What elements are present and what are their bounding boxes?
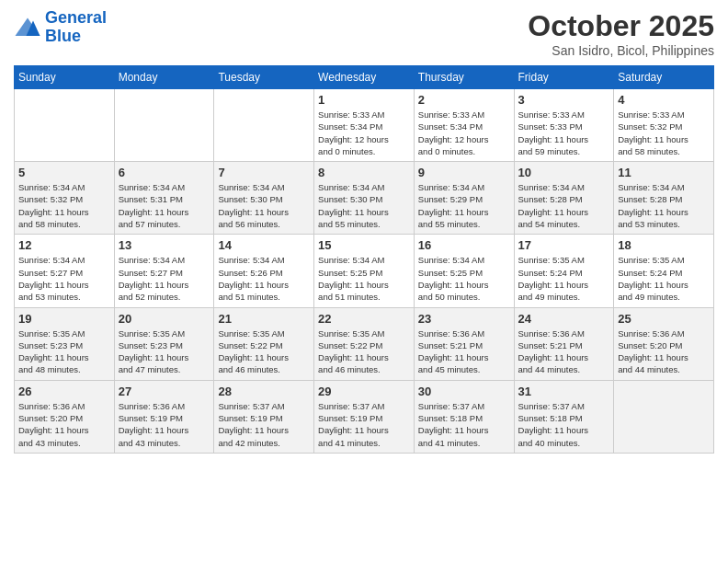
calendar-cell: 19Sunrise: 5:35 AMSunset: 5:23 PMDayligh… xyxy=(15,307,115,380)
day-info-line: Sunset: 5:22 PM xyxy=(318,339,410,351)
calendar-cell: 17Sunrise: 5:35 AMSunset: 5:24 PMDayligh… xyxy=(514,235,614,307)
day-info-line: and 58 minutes. xyxy=(18,218,110,230)
day-info-line: Sunrise: 5:37 AM xyxy=(518,400,610,412)
day-number: 16 xyxy=(418,238,510,252)
day-number: 14 xyxy=(218,238,310,252)
calendar-cell: 10Sunrise: 5:34 AMSunset: 5:28 PMDayligh… xyxy=(514,162,614,235)
logo-line2: Blue xyxy=(45,27,81,45)
day-info-line: Daylight: 11 hours xyxy=(518,279,610,291)
day-info-line: and 0 minutes. xyxy=(418,145,510,157)
day-info-line: Sunrise: 5:33 AM xyxy=(318,109,410,121)
day-info-line: Sunrise: 5:36 AM xyxy=(618,327,710,339)
calendar-cell: 20Sunrise: 5:35 AMSunset: 5:23 PMDayligh… xyxy=(114,307,214,380)
day-info-line: and 46 minutes. xyxy=(318,363,410,375)
calendar-cell: 24Sunrise: 5:36 AMSunset: 5:21 PMDayligh… xyxy=(514,307,614,380)
day-info-line: and 43 minutes. xyxy=(119,437,210,449)
day-info-line: and 47 minutes. xyxy=(119,363,210,375)
day-info-line: Sunset: 5:34 PM xyxy=(318,121,410,132)
day-info-line: Sunset: 5:20 PM xyxy=(18,412,110,424)
day-info-line: Sunset: 5:18 PM xyxy=(518,412,610,424)
day-info-line: and 57 minutes. xyxy=(119,218,210,230)
calendar-week-1: 1Sunrise: 5:33 AMSunset: 5:34 PMDaylight… xyxy=(15,89,714,162)
day-info-line: Sunrise: 5:35 AM xyxy=(218,327,310,339)
calendar-cell: 21Sunrise: 5:35 AMSunset: 5:22 PMDayligh… xyxy=(214,307,314,380)
day-info-line: Sunset: 5:33 PM xyxy=(518,121,610,132)
weekday-row: SundayMondayTuesdayWednesdayThursdayFrid… xyxy=(15,66,714,89)
day-number: 9 xyxy=(418,166,510,179)
day-info-line: Sunrise: 5:36 AM xyxy=(18,400,110,412)
day-info-line: Sunset: 5:26 PM xyxy=(218,267,310,279)
calendar-cell: 2Sunrise: 5:33 AMSunset: 5:34 PMDaylight… xyxy=(414,89,514,162)
day-info-line: Sunset: 5:30 PM xyxy=(318,193,410,205)
day-info-line: and 52 minutes. xyxy=(119,291,210,303)
day-info-line: Sunset: 5:23 PM xyxy=(18,339,110,351)
weekday-header-saturday: Saturday xyxy=(614,66,714,89)
day-info-line: Daylight: 11 hours xyxy=(318,206,410,218)
day-number: 30 xyxy=(418,385,510,398)
calendar-cell: 18Sunrise: 5:35 AMSunset: 5:24 PMDayligh… xyxy=(614,235,714,307)
day-info-line: Sunset: 5:19 PM xyxy=(218,412,310,424)
day-info-line: Sunset: 5:32 PM xyxy=(18,193,110,205)
day-info-line: Daylight: 11 hours xyxy=(218,279,310,291)
day-info-line: Daylight: 11 hours xyxy=(618,206,710,218)
day-info-line: and 55 minutes. xyxy=(418,218,510,230)
logo-line1: General xyxy=(45,8,107,27)
day-info-line: Sunset: 5:25 PM xyxy=(318,267,410,279)
day-number: 19 xyxy=(18,312,110,326)
day-info-line: Sunrise: 5:33 AM xyxy=(518,109,610,121)
day-info-line: Sunrise: 5:34 AM xyxy=(318,181,410,193)
day-info-line: Sunset: 5:31 PM xyxy=(119,193,210,205)
day-info-line: Daylight: 11 hours xyxy=(618,279,710,291)
day-number: 28 xyxy=(218,385,310,398)
day-info-line: Sunrise: 5:34 AM xyxy=(518,181,610,193)
day-number: 8 xyxy=(318,166,410,179)
day-number: 24 xyxy=(518,312,610,326)
day-info-line: Sunrise: 5:37 AM xyxy=(218,400,310,412)
page-header: General Blue October 2025 San Isidro, Bi… xyxy=(14,9,714,58)
day-info-line: Daylight: 11 hours xyxy=(418,206,510,218)
day-info-line: Daylight: 11 hours xyxy=(119,424,210,436)
calendar-cell: 16Sunrise: 5:34 AMSunset: 5:25 PMDayligh… xyxy=(414,235,514,307)
day-info-line: Sunrise: 5:34 AM xyxy=(218,254,310,266)
day-info-line: Daylight: 11 hours xyxy=(218,351,310,363)
day-info-line: Sunset: 5:29 PM xyxy=(418,193,510,205)
day-info-line: and 51 minutes. xyxy=(218,291,310,303)
calendar-cell: 8Sunrise: 5:34 AMSunset: 5:30 PMDaylight… xyxy=(314,162,415,235)
calendar-cell: 30Sunrise: 5:37 AMSunset: 5:18 PMDayligh… xyxy=(414,380,514,453)
day-info-line: Sunrise: 5:36 AM xyxy=(418,327,510,339)
month-title: October 2025 xyxy=(528,9,714,43)
day-info-line: and 44 minutes. xyxy=(518,363,610,375)
calendar-cell xyxy=(114,89,214,162)
calendar-cell: 28Sunrise: 5:37 AMSunset: 5:19 PMDayligh… xyxy=(214,380,314,453)
day-info-line: Sunset: 5:18 PM xyxy=(418,412,510,424)
day-info-line: and 58 minutes. xyxy=(618,145,710,157)
day-info-line: and 55 minutes. xyxy=(318,218,410,230)
day-info-line: and 59 minutes. xyxy=(518,145,610,157)
day-info-line: Daylight: 11 hours xyxy=(318,279,410,291)
day-info-line: Sunset: 5:19 PM xyxy=(119,412,210,424)
day-info-line: Daylight: 11 hours xyxy=(18,279,110,291)
calendar-cell: 23Sunrise: 5:36 AMSunset: 5:21 PMDayligh… xyxy=(414,307,514,380)
day-info-line: Daylight: 12 hours xyxy=(418,133,510,145)
day-info-line: Sunset: 5:24 PM xyxy=(618,267,710,279)
day-number: 11 xyxy=(618,166,710,179)
calendar-week-3: 12Sunrise: 5:34 AMSunset: 5:27 PMDayligh… xyxy=(15,235,714,307)
logo-text: General Blue xyxy=(45,9,107,46)
day-info-line: and 44 minutes. xyxy=(618,363,710,375)
day-number: 13 xyxy=(119,238,210,252)
logo-icon xyxy=(14,17,41,39)
day-info-line: and 48 minutes. xyxy=(18,363,110,375)
logo: General Blue xyxy=(14,9,107,46)
location-subtitle: San Isidro, Bicol, Philippines xyxy=(528,43,714,58)
page-container: General Blue October 2025 San Isidro, Bi… xyxy=(0,0,728,463)
calendar-cell: 3Sunrise: 5:33 AMSunset: 5:33 PMDaylight… xyxy=(514,89,614,162)
day-number: 31 xyxy=(518,385,610,398)
day-number: 26 xyxy=(18,385,110,398)
day-info-line: Sunset: 5:21 PM xyxy=(518,339,610,351)
calendar-cell: 1Sunrise: 5:33 AMSunset: 5:34 PMDaylight… xyxy=(314,89,415,162)
day-info-line: and 41 minutes. xyxy=(318,437,410,449)
day-info-line: Sunset: 5:32 PM xyxy=(618,121,710,132)
calendar-cell: 22Sunrise: 5:35 AMSunset: 5:22 PMDayligh… xyxy=(314,307,415,380)
day-number: 2 xyxy=(418,93,510,107)
day-info-line: and 41 minutes. xyxy=(418,437,510,449)
